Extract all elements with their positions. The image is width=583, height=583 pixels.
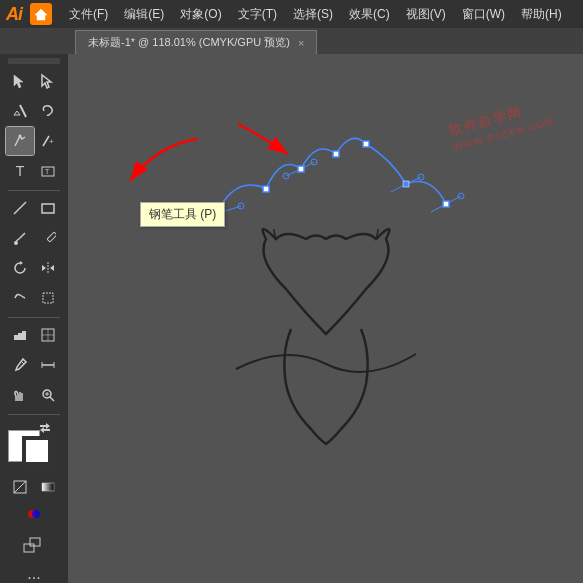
lasso-tool[interactable] — [34, 97, 62, 125]
stroke-color[interactable] — [22, 436, 54, 468]
graph-tool[interactable] — [34, 321, 62, 349]
rotate-tool[interactable] — [6, 254, 34, 282]
svg-rect-10 — [42, 204, 54, 213]
misc-tools2 — [4, 351, 64, 379]
divider3 — [8, 414, 60, 415]
direct-select-tool[interactable] — [34, 67, 62, 95]
toolbar-handle — [8, 58, 60, 64]
free-transform-tool[interactable] — [34, 284, 62, 312]
artwork-canvas — [136, 74, 516, 534]
svg-rect-17 — [43, 293, 53, 303]
svg-point-11 — [14, 241, 18, 245]
svg-rect-18 — [14, 335, 18, 340]
svg-rect-34 — [42, 483, 54, 491]
svg-rect-51 — [333, 151, 339, 157]
svg-rect-19 — [18, 333, 22, 340]
menu-help[interactable]: 帮助(H) — [514, 4, 569, 25]
pencil-tool[interactable] — [34, 224, 62, 252]
color-mode-tools — [4, 473, 64, 529]
nav-tools — [4, 381, 64, 409]
active-path — [193, 138, 464, 225]
arrange-tools — [4, 531, 64, 559]
svg-rect-53 — [403, 181, 409, 187]
canvas-area[interactable]: 钢笔工具 (P) 软件自学网 WWW.RJZXW.COM — [68, 54, 583, 583]
svg-text:T: T — [45, 168, 50, 175]
select-tool[interactable] — [6, 67, 34, 95]
svg-rect-49 — [263, 186, 269, 192]
menu-select[interactable]: 选择(S) — [286, 4, 340, 25]
transform-tools — [4, 254, 64, 282]
svg-marker-2 — [42, 75, 51, 88]
pen-tools: + — [4, 127, 64, 155]
main-artwork — [236, 229, 416, 444]
color-area — [4, 422, 64, 469]
draw-tools — [4, 224, 64, 252]
line-tool[interactable] — [6, 194, 34, 222]
tab-close-button[interactable]: × — [298, 37, 304, 49]
svg-rect-50 — [298, 166, 304, 172]
tab-label: 未标题-1* @ 118.01% (CMYK/GPU 预览) — [88, 35, 290, 50]
tab-bar: 未标题-1* @ 118.01% (CMYK/GPU 预览) × — [0, 28, 583, 54]
svg-line-3 — [20, 105, 26, 117]
menu-view[interactable]: 视图(V) — [399, 4, 453, 25]
svg-rect-38 — [30, 538, 40, 546]
hand-tool[interactable] — [6, 381, 34, 409]
arrange-button[interactable] — [20, 531, 48, 559]
measure-tool[interactable] — [34, 351, 62, 379]
svg-line-29 — [50, 397, 54, 401]
eyedropper-tool[interactable] — [6, 351, 34, 379]
shape-tools — [4, 194, 64, 222]
menu-window[interactable]: 窗口(W) — [455, 4, 512, 25]
more-tools-button[interactable]: ... — [4, 565, 64, 583]
type-tools: T T — [4, 157, 64, 185]
app-logo: Ai — [6, 4, 22, 25]
svg-rect-37 — [24, 544, 34, 552]
no-color-button[interactable] — [6, 473, 34, 501]
svg-rect-20 — [22, 331, 26, 340]
rect-tool[interactable] — [34, 194, 62, 222]
svg-marker-4 — [14, 111, 20, 115]
magic-wand-tool[interactable] — [6, 97, 34, 125]
canvas-wrapper — [78, 64, 573, 573]
selection-tools — [4, 97, 64, 125]
active-tab[interactable]: 未标题-1* @ 118.01% (CMYK/GPU 预览) × — [75, 30, 317, 54]
misc-tools1 — [4, 321, 64, 349]
svg-rect-52 — [363, 141, 369, 147]
menu-bar: 文件(F) 编辑(E) 对象(O) 文字(T) 选择(S) 效果(C) 视图(V… — [62, 4, 569, 25]
select-tools — [4, 67, 64, 95]
reflect-tool[interactable] — [34, 254, 62, 282]
type-tool[interactable]: T — [6, 157, 34, 185]
svg-marker-0 — [35, 9, 47, 20]
svg-marker-15 — [42, 265, 46, 271]
svg-marker-13 — [20, 261, 23, 265]
menu-edit[interactable]: 编辑(E) — [117, 4, 171, 25]
zoom-tool[interactable] — [34, 381, 62, 409]
menu-text[interactable]: 文字(T) — [231, 4, 284, 25]
color-modes-button[interactable] — [20, 501, 48, 529]
area-type-tool[interactable]: T — [34, 157, 62, 185]
menu-effect[interactable]: 效果(C) — [342, 4, 397, 25]
main-area: + T T — [0, 54, 583, 583]
divider2 — [8, 317, 60, 318]
warp-tool[interactable] — [6, 284, 34, 312]
svg-line-24 — [21, 361, 24, 364]
svg-point-36 — [32, 510, 40, 518]
brush-tool[interactable] — [6, 224, 34, 252]
pen-tool[interactable] — [6, 127, 34, 155]
svg-line-9 — [14, 202, 26, 214]
gradient-button[interactable] — [34, 473, 62, 501]
swap-colors-icon[interactable] — [38, 422, 52, 434]
svg-marker-1 — [14, 75, 23, 88]
toolbar: + T T — [0, 54, 68, 583]
symbol-tool[interactable] — [6, 321, 34, 349]
home-button[interactable] — [30, 3, 52, 25]
pen-tool-tooltip: 钢笔工具 (P) — [140, 202, 225, 227]
svg-text:+: + — [49, 137, 54, 146]
svg-rect-54 — [443, 201, 449, 207]
divider1 — [8, 190, 60, 191]
menu-file[interactable]: 文件(F) — [62, 4, 115, 25]
svg-marker-16 — [50, 265, 54, 271]
top-bar: Ai 文件(F) 编辑(E) 对象(O) 文字(T) 选择(S) 效果(C) 视… — [0, 0, 583, 28]
add-anchor-tool[interactable]: + — [34, 127, 62, 155]
menu-object[interactable]: 对象(O) — [173, 4, 228, 25]
